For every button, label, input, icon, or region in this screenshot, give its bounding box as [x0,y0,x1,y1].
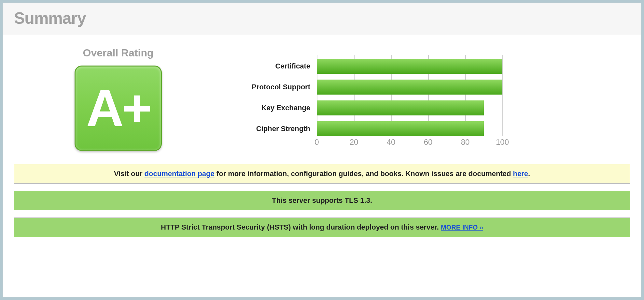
known-issues-link[interactable]: here [513,170,528,178]
chart-bar-label: Cipher Strength [235,125,317,133]
chart-bar-fill [317,80,502,95]
tls-text: This server supports TLS 1.3. [272,196,372,204]
summary-panel: Summary Overall Rating A+ CertificatePro… [3,3,641,297]
grade-badge: A+ [75,66,162,151]
panel-body: Overall Rating A+ CertificateProtocol Su… [3,35,641,257]
chart-bar-label: Certificate [235,62,317,70]
chart-bar-track [317,121,502,136]
chart-bar-row: Protocol Support [235,80,502,95]
doc-text-mid: for more information, configuration guid… [215,170,513,178]
chart-column: CertificateProtocol SupportKey ExchangeC… [235,45,630,149]
top-row: Overall Rating A+ CertificateProtocol Su… [14,45,630,151]
chart-bar-label: Protocol Support [235,83,317,91]
chart-bar-track [317,59,502,74]
chart-bar-fill [317,59,502,74]
chart-bar-track [317,100,502,115]
axis-tick: 60 [424,138,433,147]
hsts-more-info-link[interactable]: MORE INFO » [441,224,483,231]
rating-label: Overall Rating [83,47,154,59]
tls-notice: This server supports TLS 1.3. [14,191,630,210]
documentation-notice: Visit our documentation page for more in… [14,164,630,184]
chart-bar-row: Certificate [235,59,502,74]
page-title: Summary [14,9,630,28]
chart-bar-fill [317,121,484,136]
doc-text-post: . [528,170,530,178]
chart-bar-fill [317,100,484,115]
hsts-text: HTTP Strict Transport Security (HSTS) wi… [161,223,441,231]
chart-bar-label: Key Exchange [235,104,317,112]
score-chart: CertificateProtocol SupportKey ExchangeC… [235,55,502,149]
chart-bars: CertificateProtocol SupportKey ExchangeC… [235,59,502,136]
chart-bar-track [317,80,502,95]
axis-tick: 80 [461,138,470,147]
documentation-link[interactable]: documentation page [145,170,215,178]
grade-text: A+ [86,82,150,134]
axis-tick: 20 [350,138,358,147]
panel-header: Summary [3,3,641,35]
hsts-notice: HTTP Strict Transport Security (HSTS) wi… [14,218,630,237]
chart-bar-row: Cipher Strength [235,121,502,136]
axis-tick: 0 [315,138,319,147]
chart-bar-row: Key Exchange [235,100,502,115]
rating-column: Overall Rating A+ [14,45,222,151]
doc-text-pre: Visit our [114,170,145,178]
chart-axis-ticks: 020406080100 [317,138,502,149]
gridline [502,55,503,136]
axis-tick: 100 [496,138,509,147]
axis-tick: 40 [387,138,396,147]
